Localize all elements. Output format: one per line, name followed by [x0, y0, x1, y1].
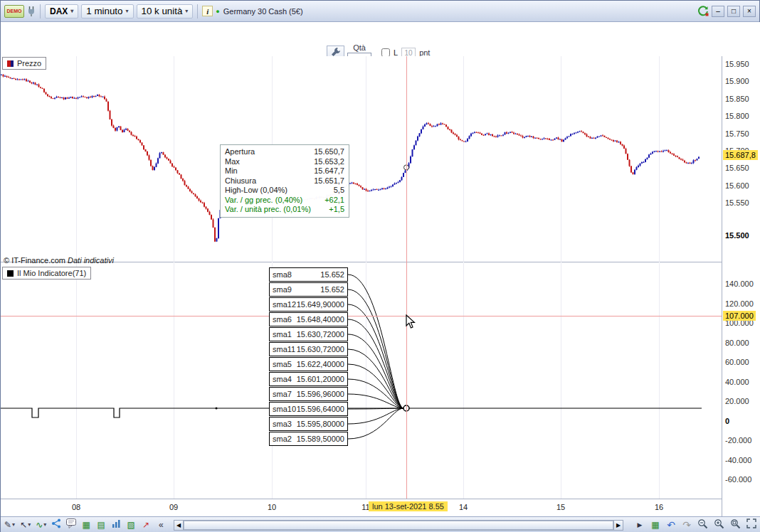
separator: [197, 4, 198, 18]
axis-label: 120.000: [725, 299, 754, 308]
tooltip-value: 15.653,2: [314, 157, 344, 167]
comment-button[interactable]: [64, 518, 78, 531]
indicator-canvas[interactable]: [1, 263, 722, 499]
chevron-down-icon: ▾: [70, 8, 73, 14]
x-axis[interactable]: lun 13-set-2021 8.55 08091011141516: [1, 499, 722, 516]
axis-label: 15.750: [725, 129, 749, 138]
scrollbar-track[interactable]: [184, 520, 613, 531]
x-axis-tick: 10: [268, 503, 276, 511]
collapse-toolbar-button[interactable]: «: [154, 518, 168, 531]
sma-value: 15.596,64000: [297, 405, 344, 413]
share-button[interactable]: [49, 518, 63, 531]
chart-type-button[interactable]: ∿ ▾: [33, 518, 48, 531]
price-chart-canvas[interactable]: [1, 56, 722, 262]
axis-label: 15.900: [725, 77, 749, 85]
sma-label-box: sma915.652: [269, 282, 348, 297]
cursor-tool-button[interactable]: ↖ ▾: [18, 518, 33, 531]
tooltip-label: Max: [225, 157, 240, 167]
sma-value: 15.596,96000: [297, 390, 344, 398]
sma-value: 15.652: [320, 270, 344, 279]
trend-arrow-icon: ↗: [142, 520, 149, 530]
demo-badge: DEMO: [4, 5, 24, 18]
tooltip-value: 5,5: [334, 186, 344, 196]
qty-label: Qtà: [347, 43, 371, 52]
redo-button[interactable]: ↷: [680, 518, 694, 531]
sma-name: sma6: [273, 315, 292, 324]
chevron-down-icon: ▾: [12, 521, 15, 528]
price-panel: Prezzo Apertura15.650,7Max15.653,2Min15.…: [1, 56, 722, 262]
volume-bars-button[interactable]: [109, 518, 123, 531]
tooltip-value: +1,5: [329, 205, 344, 215]
minimize-button[interactable]: –: [712, 6, 724, 17]
tooltip-value: 15.650,7: [314, 147, 344, 157]
axis-label: 15.800: [725, 112, 749, 120]
magnifier-plus-icon: [714, 518, 724, 531]
indicator-legend[interactable]: Il Mio Indicatore(71): [2, 267, 91, 280]
sma-value: 15.622,40000: [297, 360, 344, 368]
edit-list-button[interactable]: ▧: [124, 518, 138, 531]
magnifier-minus-icon: [697, 518, 708, 531]
sma-label-box: sma415.601,20000: [269, 372, 348, 386]
axis-label: 15.950: [725, 60, 749, 68]
chart-scrollbar[interactable]: ◀ ▶: [174, 520, 623, 531]
trade-from-chart-button[interactable]: ↗: [139, 518, 153, 531]
sma-value: 15.648,40000: [297, 315, 344, 324]
axis-label: 15.600: [725, 181, 749, 190]
toolbar-left-group: ✎ ▾ ↖ ▾ ∿ ▾ ▦: [2, 518, 168, 531]
instrument-dropdown[interactable]: DAX ▾: [45, 4, 78, 18]
orders-panel-button[interactable]: ▦: [648, 518, 663, 531]
sma-label-box: sma715.596,96000: [269, 387, 348, 401]
copyright: © IT-Finance.com Dati indicativi: [4, 256, 114, 265]
sma-name: sma5: [273, 360, 292, 368]
indicator-swatch-icon: [7, 270, 14, 277]
indicator-legend-label: Il Mio Indicatore(71): [17, 269, 86, 277]
tooltip-label: Var. / unità prec. (0,01%): [225, 205, 311, 215]
undo-button[interactable]: ↶: [664, 518, 678, 531]
sma-name: sma1: [273, 330, 292, 339]
sma-label-box: sma1115.630,72000: [269, 342, 348, 356]
contract-info: ● Germany 30 Cash (5€): [216, 7, 302, 16]
scroll-right-button[interactable]: ▶: [613, 520, 623, 531]
info-button[interactable]: i: [202, 6, 213, 16]
watchlist-button[interactable]: ▤: [94, 518, 108, 531]
price-legend[interactable]: Prezzo: [2, 57, 46, 70]
price-axis[interactable]: 15.95015.90015.85015.80015.75015.70015.6…: [722, 56, 760, 516]
timeframe-dropdown[interactable]: 1 minuto ▾: [81, 4, 133, 18]
crosshair-horizontal: [1, 316, 722, 316]
table-icon: ▦: [651, 520, 659, 530]
axis-label: 0: [725, 417, 729, 425]
axis-label: -20.000: [725, 436, 751, 445]
app-window: DEMO DAX ▾ 1 minuto ▾ 10 k unità ▾ i ● G…: [0, 0, 760, 532]
price-table-button[interactable]: ▦: [79, 518, 93, 531]
tooltip-row: High-Low (0,04%)5,5: [225, 186, 344, 196]
list-icon: ▤: [97, 520, 105, 530]
line-chart-icon: ∿: [36, 520, 43, 530]
axis-label: 140.000: [725, 280, 754, 288]
step-forward-button[interactable]: ▶: [633, 518, 647, 531]
zoom-reset-button[interactable]: [728, 518, 743, 531]
draw-tools-button[interactable]: ✎ ▾: [2, 518, 17, 531]
axis-label: 80.000: [725, 339, 749, 347]
unit-size-dropdown[interactable]: 10 k unità ▾: [137, 4, 194, 18]
maximize-button[interactable]: □: [727, 6, 740, 17]
link-plug-icon[interactable]: [27, 6, 36, 17]
refresh-icon[interactable]: [697, 6, 709, 17]
zoom-in-button[interactable]: [712, 518, 727, 531]
mouse-cursor: [406, 314, 416, 329]
scrollbar-thumb[interactable]: [184, 521, 613, 530]
sma-name: sma4: [273, 375, 292, 383]
close-button[interactable]: ×: [743, 6, 756, 17]
fullscreen-button[interactable]: [744, 518, 759, 531]
collapse-icon: «: [159, 520, 164, 530]
indicator-panel: Il Mio Indicatore(71) sma815.652sma915.6…: [1, 263, 722, 499]
price-legend-label: Prezzo: [17, 59, 41, 68]
sma-value: 15.649,90000: [297, 300, 344, 309]
sma-name: sma10: [273, 405, 296, 413]
tooltip-row: Apertura15.650,7: [225, 147, 344, 157]
zoom-out-button[interactable]: [695, 518, 710, 531]
scroll-left-button[interactable]: ◀: [174, 520, 184, 531]
sma-label-box: sma215.589,50000: [269, 432, 348, 446]
contract-label: Germany 30 Cash (5€): [223, 7, 303, 16]
pencil-icon: ✎: [4, 520, 11, 530]
tooltip-row: Max15.653,2: [225, 157, 344, 167]
